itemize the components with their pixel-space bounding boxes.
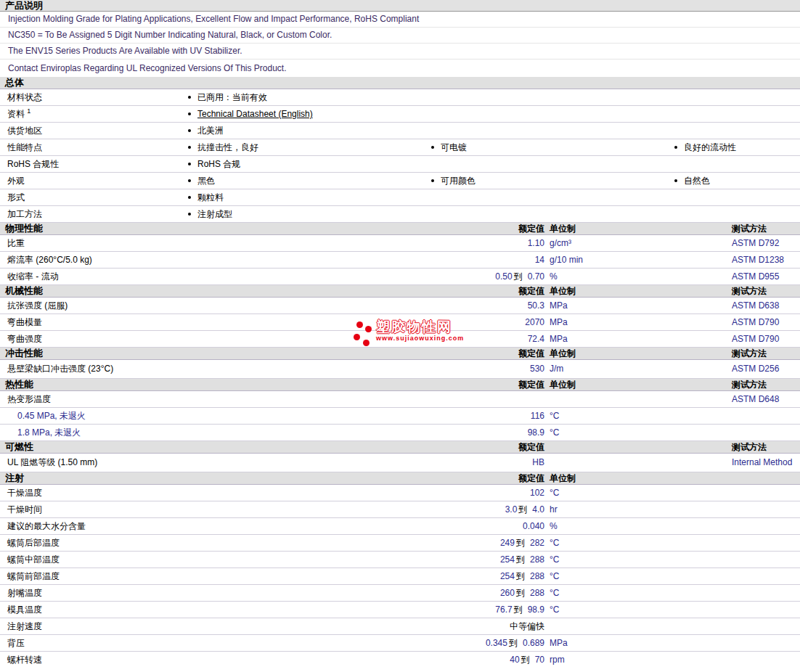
- description-line: Injection Molding Grade for Plating Appl…: [0, 12, 800, 28]
- section-title: 注射: [0, 472, 279, 484]
- property-row: 螺杆转速 40到70 rpm: [0, 652, 800, 668]
- property-value-2: 288: [530, 588, 544, 598]
- property-unit: [544, 391, 726, 407]
- property-label: 螺筒后部温度: [0, 535, 279, 551]
- description-line: NC350 = To Be Assigned 5 Digit Number In…: [0, 28, 800, 44]
- general-row: 加工方法 注射成型: [0, 206, 800, 223]
- property-value: 72.4: [528, 334, 544, 344]
- property-value: 2070: [525, 317, 544, 327]
- column-header-method: [726, 472, 800, 484]
- description-line: The ENV15 Series Products Are Available …: [0, 44, 800, 60]
- range-to: 到: [516, 554, 525, 565]
- row-label: 加工方法: [7, 209, 42, 219]
- column-header-value: 额定值: [279, 285, 544, 297]
- general-row: 资料 1 Technical Datasheet (English): [0, 106, 800, 123]
- property-unit: J/m: [544, 360, 726, 378]
- range-to: 到: [514, 605, 523, 615]
- property-value: 50.3: [528, 300, 544, 311]
- property-label: 螺杆转速: [0, 652, 279, 668]
- description-line: Contact Enviroplas Regarding UL Recogniz…: [0, 60, 800, 77]
- property-label: 弯曲强度: [0, 331, 279, 347]
- property-row: 0.45 MPa, 未退火 116 °C: [0, 408, 800, 425]
- property-label: 收缩率 - 流动: [0, 269, 279, 284]
- property-label: 熔流率 (260°C/5.0 kg): [0, 252, 279, 268]
- column-header-unit: [544, 441, 726, 453]
- general-value: RoHS 合规: [197, 159, 240, 169]
- property-value: 1.10: [528, 238, 544, 248]
- row-label: 材料状态: [7, 92, 42, 102]
- property-row: 螺筒中部温度 254到288 °C: [0, 552, 800, 568]
- bullet-icon: [188, 196, 191, 199]
- property-value-2: 282: [530, 538, 544, 548]
- property-value-2: 98.9: [528, 605, 544, 615]
- general-row: 外观 黑色 可用颜色 自然色: [0, 173, 800, 189]
- property-value: 102: [530, 488, 544, 498]
- property-value: 3.0: [505, 504, 518, 515]
- property-value: 0.345: [486, 638, 507, 648]
- property-label: 射嘴温度: [0, 585, 279, 601]
- general-value: 自然色: [684, 176, 710, 186]
- section-header-thermal: 热性能 额定值 单位制 测试方法: [0, 379, 800, 391]
- property-row: 干燥温度 102 °C: [0, 485, 800, 501]
- test-method: [726, 408, 800, 424]
- test-method: ASTM D792: [726, 235, 800, 251]
- property-value: 40: [510, 655, 519, 665]
- property-label: 干燥时间: [0, 501, 279, 517]
- property-value: 530: [530, 364, 544, 374]
- property-label: 模具温度: [0, 602, 279, 618]
- property-label: 干燥温度: [0, 485, 279, 501]
- property-row: 螺筒前部温度 254到288 °C: [0, 568, 800, 585]
- general-value: 黑色: [197, 176, 215, 186]
- property-unit: °C: [544, 535, 726, 551]
- property-value: 0.040: [523, 521, 544, 531]
- row-label: 形式: [7, 192, 25, 202]
- column-header-value: 额定值: [279, 441, 544, 453]
- bullet-icon: [188, 163, 191, 165]
- property-unit: °C: [544, 425, 726, 441]
- section-header-physical: 物理性能 额定值 单位制 测试方法: [0, 223, 800, 235]
- property-row: 悬壁梁缺口冲击强度 (23°C) 530 J/m ASTM D256: [0, 360, 800, 379]
- property-value: 260: [500, 588, 515, 598]
- section-header-general: 总体: [0, 77, 800, 89]
- property-unit: g/cm³: [544, 235, 726, 251]
- row-label: RoHS 合规性: [7, 159, 59, 169]
- bullet-icon: [188, 146, 191, 149]
- test-method: Internal Method: [726, 454, 800, 472]
- column-header-value: 额定值: [279, 472, 544, 484]
- technical-datasheet-link[interactable]: Technical Datasheet (English): [197, 109, 313, 119]
- property-unit: [544, 618, 726, 634]
- bullet-icon: [188, 179, 191, 182]
- property-row: 背压 0.345到0.689 MPa: [0, 635, 800, 652]
- bullet-icon: [431, 146, 434, 149]
- column-header-unit: 单位制: [544, 348, 726, 359]
- section-title: 总体: [0, 77, 279, 89]
- range-to: 到: [516, 588, 525, 598]
- range-to: 到: [521, 655, 530, 665]
- bullet-icon: [188, 96, 191, 99]
- property-unit: °C: [544, 552, 726, 567]
- general-row: 性能特点 抗撞击性，良好 可电镀 良好的流动性: [0, 139, 800, 156]
- property-unit: MPa: [544, 298, 726, 314]
- property-row: 干燥时间 3.0到4.0 hr: [0, 501, 800, 518]
- column-header-method: 测试方法: [726, 379, 800, 390]
- bullet-icon: [188, 112, 191, 115]
- property-label: 螺筒中部温度: [0, 552, 279, 567]
- material-datasheet: 产品说明 Injection Molding Grade for Plating…: [0, 0, 800, 668]
- general-row: 形式 颗粒料: [0, 189, 800, 206]
- test-method: [726, 425, 800, 441]
- general-value: 颗粒料: [197, 192, 224, 202]
- property-label: 悬壁梁缺口冲击强度 (23°C): [0, 360, 279, 378]
- property-row: 熔流率 (260°C/5.0 kg) 14 g/10 min ASTM D123…: [0, 252, 800, 269]
- property-row: 注射速度 中等偏快: [0, 618, 800, 635]
- property-label: 背压: [0, 635, 279, 651]
- range-to: 到: [518, 504, 527, 515]
- property-unit: [544, 454, 726, 472]
- column-header-unit: 单位制: [544, 285, 726, 297]
- property-value: HB: [532, 457, 544, 467]
- test-method: ASTM D648: [726, 391, 800, 407]
- property-value: 98.9: [528, 427, 544, 438]
- range-to: 到: [514, 271, 523, 282]
- general-value: 可电镀: [441, 142, 467, 152]
- property-unit: °C: [544, 568, 726, 584]
- property-unit: %: [544, 269, 726, 284]
